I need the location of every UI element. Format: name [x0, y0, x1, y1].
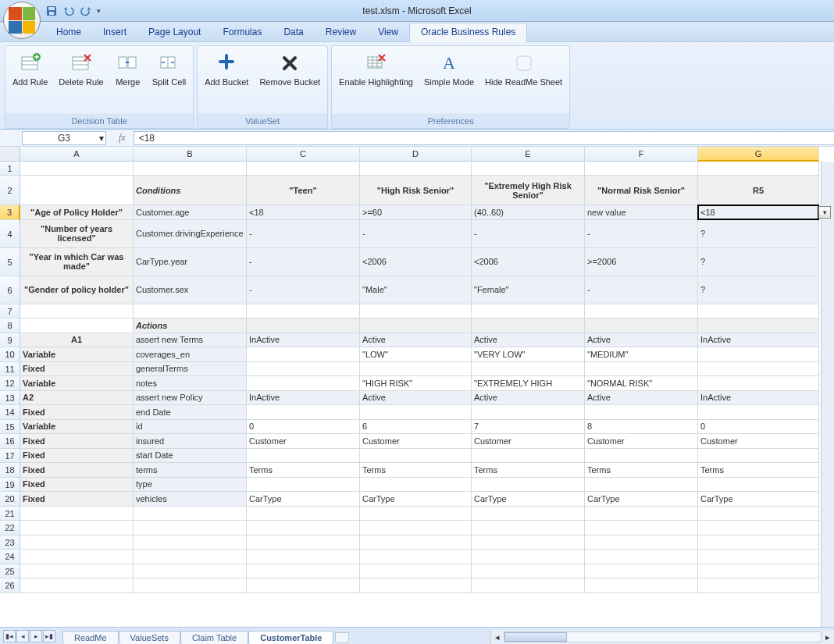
- cell[interactable]: [472, 564, 585, 579]
- cell[interactable]: 6: [360, 420, 472, 435]
- cell[interactable]: Active: [360, 333, 472, 348]
- cell[interactable]: [247, 362, 360, 377]
- cell[interactable]: -: [247, 248, 360, 276]
- cell[interactable]: [20, 521, 134, 535]
- cell[interactable]: (40..60): [472, 205, 585, 220]
- row-header-15[interactable]: 15: [0, 420, 20, 435]
- cell[interactable]: [472, 550, 585, 564]
- cell[interactable]: [698, 564, 819, 579]
- cell[interactable]: -: [247, 276, 360, 304]
- cell[interactable]: [698, 376, 819, 391]
- cell[interactable]: generalTerms: [134, 362, 247, 377]
- cell[interactable]: [360, 564, 472, 579]
- name-box-dropdown-icon[interactable]: ▾: [99, 133, 104, 144]
- sheet-nav-next-icon[interactable]: ▸: [30, 630, 42, 642]
- cell[interactable]: [698, 578, 819, 593]
- cell[interactable]: [698, 318, 819, 333]
- cell[interactable]: "Female": [472, 276, 585, 304]
- cell[interactable]: <2006: [472, 248, 585, 276]
- cell[interactable]: [20, 318, 134, 333]
- cell[interactable]: [247, 521, 360, 535]
- cell[interactable]: [360, 405, 472, 420]
- cell[interactable]: [247, 304, 360, 319]
- cell[interactable]: <18: [247, 205, 360, 220]
- cell[interactable]: >=2006: [585, 248, 698, 276]
- cell[interactable]: -: [585, 220, 698, 248]
- fx-icon[interactable]: fx: [119, 132, 126, 144]
- hscroll-thumb[interactable]: [504, 632, 567, 642]
- cell[interactable]: 0: [247, 420, 360, 435]
- cell[interactable]: [134, 304, 247, 319]
- cell[interactable]: [20, 507, 134, 521]
- row-header-3[interactable]: 3: [0, 205, 20, 220]
- cell[interactable]: Actions: [134, 318, 247, 333]
- row-header-10[interactable]: 10: [0, 347, 20, 362]
- cell[interactable]: A1: [20, 333, 134, 348]
- cell[interactable]: [360, 550, 472, 564]
- cell[interactable]: [585, 507, 698, 521]
- cell[interactable]: coverages_en: [134, 347, 247, 362]
- add-bucket-button[interactable]: Add Bucket: [202, 49, 251, 89]
- cell[interactable]: Active: [585, 391, 698, 406]
- cell[interactable]: [472, 578, 585, 593]
- qat-customize-icon[interactable]: ▾: [97, 7, 101, 15]
- cell[interactable]: [585, 535, 698, 550]
- column-header-D[interactable]: D: [360, 147, 472, 162]
- sheet-tab-claim-table[interactable]: Claim Table: [180, 631, 248, 644]
- cell[interactable]: [247, 535, 360, 550]
- cell[interactable]: InActive: [247, 391, 360, 406]
- column-header-C[interactable]: C: [247, 147, 360, 162]
- cell[interactable]: CarType: [585, 492, 698, 507]
- cell[interactable]: "High Risk Senior": [360, 176, 472, 205]
- cell[interactable]: -: [360, 220, 472, 248]
- sheet-nav-prev-icon[interactable]: ◂: [16, 630, 29, 642]
- cell[interactable]: [247, 564, 360, 579]
- cell[interactable]: Conditions: [134, 176, 247, 205]
- cell[interactable]: [360, 162, 472, 176]
- cell[interactable]: [134, 578, 247, 593]
- cell[interactable]: [247, 507, 360, 521]
- row-header-19[interactable]: 19: [0, 478, 20, 493]
- cell[interactable]: ?: [698, 220, 819, 248]
- cell[interactable]: [585, 405, 698, 420]
- row-header-25[interactable]: 25: [0, 564, 20, 579]
- cell[interactable]: Active: [585, 333, 698, 348]
- ribbon-tab-page-layout[interactable]: Page Layout: [137, 23, 212, 41]
- cell[interactable]: 0: [698, 420, 819, 435]
- sheet-tab-customertable[interactable]: CustomerTable: [248, 631, 333, 644]
- cell[interactable]: terms: [134, 463, 247, 478]
- sheet-nav-last-icon[interactable]: ▸▮: [43, 630, 55, 642]
- cell[interactable]: [360, 478, 472, 493]
- cell[interactable]: [698, 362, 819, 377]
- cell[interactable]: [134, 564, 247, 579]
- hide-readme-sheet-button[interactable]: Hide ReadMe Sheet: [483, 49, 565, 89]
- cell[interactable]: <18: [698, 205, 819, 220]
- sheet-tab-readme[interactable]: ReadMe: [62, 631, 119, 644]
- cell[interactable]: [472, 449, 585, 464]
- cell[interactable]: [698, 405, 819, 420]
- row-header-7[interactable]: 7: [0, 304, 20, 319]
- cell[interactable]: Customer: [698, 434, 819, 449]
- cell[interactable]: assert new Terms: [134, 333, 247, 348]
- row-header-12[interactable]: 12: [0, 376, 20, 391]
- cell[interactable]: [698, 550, 819, 564]
- cell[interactable]: Terms: [360, 463, 472, 478]
- cell[interactable]: Terms: [247, 463, 360, 478]
- cell[interactable]: Variable: [20, 376, 134, 391]
- cell[interactable]: "MEDIUM": [585, 347, 698, 362]
- cell[interactable]: "VERY LOW": [472, 347, 585, 362]
- cell[interactable]: "EXTREMELY HIGH: [472, 376, 585, 391]
- row-header-4[interactable]: 4: [0, 220, 20, 248]
- horizontal-scrollbar[interactable]: ◂ ▸: [490, 630, 834, 644]
- cell[interactable]: <2006: [360, 248, 472, 276]
- cell[interactable]: [360, 362, 472, 377]
- cell[interactable]: Fixed: [20, 449, 134, 464]
- cell[interactable]: assert new Policy: [134, 391, 247, 406]
- cell[interactable]: [20, 176, 134, 205]
- cell[interactable]: "Number of years licensed": [20, 220, 134, 248]
- ribbon-tab-insert[interactable]: Insert: [92, 23, 137, 41]
- cell[interactable]: ?: [698, 276, 819, 304]
- cell[interactable]: InActive: [698, 391, 819, 406]
- cell[interactable]: Active: [472, 391, 585, 406]
- cell[interactable]: [585, 362, 698, 377]
